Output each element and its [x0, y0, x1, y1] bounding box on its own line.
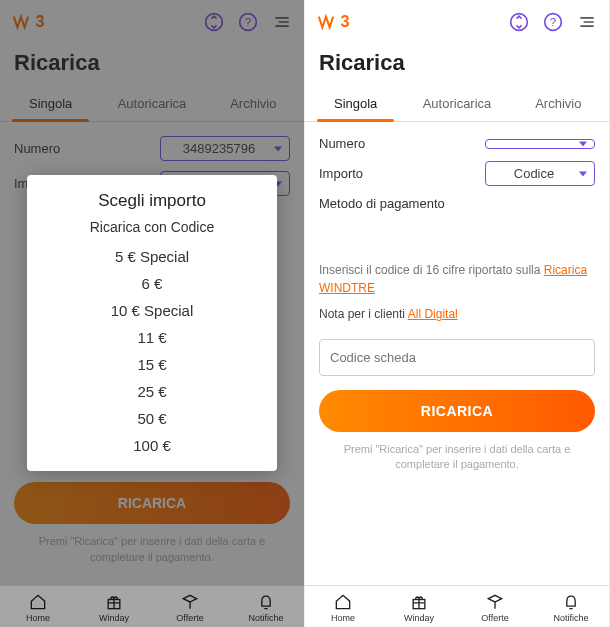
all-digital-link[interactable]: All Digital — [408, 307, 458, 321]
importo-label: Importo — [319, 166, 363, 181]
swap-icon[interactable] — [509, 12, 529, 32]
menu-icon[interactable] — [577, 12, 597, 32]
app-header: 3 ? — [305, 0, 609, 44]
modal-option[interactable]: 5 € Special — [37, 243, 267, 270]
modal-option[interactable]: 10 € Special — [37, 297, 267, 324]
ricarica-hint: Premi "Ricarica" per inserire i dati del… — [319, 442, 595, 473]
page-title: Ricarica — [305, 44, 609, 86]
modal-option[interactable]: 25 € — [37, 378, 267, 405]
tabs: Singola Autoricarica Archivio — [305, 86, 609, 122]
nav-offerte[interactable]: Offerte — [457, 592, 533, 623]
note-text: Nota per i clienti All Digital — [319, 307, 595, 321]
modal-option[interactable]: 6 € — [37, 270, 267, 297]
code-input[interactable] — [319, 339, 595, 376]
nav-winday[interactable]: Winday — [381, 592, 457, 623]
payment-method-label: Metodo di pagamento — [319, 196, 595, 211]
windtre-logo: 3 — [317, 11, 371, 33]
importo-select[interactable]: Codice — [485, 161, 595, 186]
modal-option[interactable]: 100 € — [37, 432, 267, 459]
tab-singola[interactable]: Singola — [305, 86, 406, 121]
nav-notifiche[interactable]: Notifiche — [533, 592, 609, 623]
modal-title: Scegli importo — [37, 191, 267, 211]
modal-option[interactable]: 15 € — [37, 351, 267, 378]
svg-text:3: 3 — [340, 12, 349, 30]
tab-autoricarica[interactable]: Autoricarica — [406, 86, 507, 121]
numero-select[interactable] — [485, 139, 595, 149]
numero-label: Numero — [319, 136, 365, 151]
importo-modal: Scegli importo Ricarica con Codice 5 € S… — [27, 175, 277, 471]
ricarica-button[interactable]: RICARICA — [319, 390, 595, 432]
svg-text:?: ? — [550, 15, 557, 28]
help-icon[interactable]: ? — [543, 12, 563, 32]
modal-option[interactable]: 50 € — [37, 405, 267, 432]
modal-subtitle[interactable]: Ricarica con Codice — [37, 219, 267, 235]
nav-home[interactable]: Home — [305, 592, 381, 623]
tab-archivio[interactable]: Archivio — [508, 86, 609, 121]
modal-overlay[interactable]: Scegli importo Ricarica con Codice 5 € S… — [0, 0, 304, 627]
modal-option[interactable]: 11 € — [37, 324, 267, 351]
bottom-nav: Home Winday Offerte Notifiche — [305, 585, 609, 627]
info-text: Inserisci il codice di 16 cifre riportat… — [319, 261, 595, 297]
